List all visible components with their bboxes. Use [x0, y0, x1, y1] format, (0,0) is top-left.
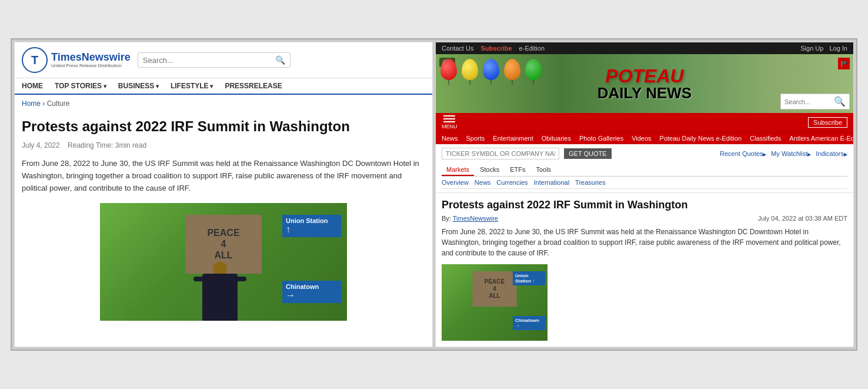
- tnw-search-input[interactable]: [143, 56, 272, 65]
- article-title: Protests against 2022 IRF Summit in Wash…: [22, 117, 425, 135]
- pdn-chinatown-sign: Chinatown →: [513, 316, 545, 330]
- nav-obituaries[interactable]: Obituaries: [542, 135, 571, 142]
- tab-markets[interactable]: Markets: [442, 164, 474, 176]
- tab-stocks[interactable]: Stocks: [475, 164, 504, 176]
- pdn-search-input[interactable]: [784, 98, 832, 105]
- nav-top-stories[interactable]: TOP STORIES: [55, 82, 106, 90]
- subtab-news[interactable]: News: [475, 179, 491, 186]
- pdn-union-sign: UnionStation ↑: [513, 271, 545, 285]
- person-body: [202, 274, 238, 321]
- breadcrumb: Home › Culture: [15, 95, 432, 112]
- balloon-blue: [483, 59, 499, 80]
- tnw-logo-circle: T: [22, 47, 48, 73]
- tnw-header: T TimesNewswire United Press Release Dis…: [15, 42, 432, 78]
- union-arrow-icon: ↑: [286, 224, 338, 235]
- chinatown-label: Chinatown: [286, 283, 338, 290]
- nav-photo-galleries[interactable]: Photo Galleries: [579, 135, 623, 142]
- tnw-logo-text: TimesNewswire United Press Release Distr…: [51, 52, 131, 69]
- pdn-top-bar: Contact Us Subscribe e-Edition Sign Up L…: [436, 42, 853, 54]
- nav-antlers[interactable]: Antlers American E-Edition: [789, 135, 854, 142]
- pdn-ticker-links: Recent Quotes My Watchlist Indicators: [720, 150, 847, 157]
- nav-entertainment[interactable]: Entertainment: [493, 135, 533, 142]
- nav-e-edition[interactable]: Poteau Daily News e-Edition: [660, 135, 742, 142]
- pdn-search-bar[interactable]: 🔍: [780, 94, 850, 109]
- log-in-link[interactable]: Log In: [829, 45, 847, 52]
- pdn-article-body: From June 28, 2022 to June 30, the US IR…: [442, 227, 847, 258]
- by-source[interactable]: TimesNewswire: [453, 215, 498, 222]
- nav-classifieds[interactable]: Classifieds: [750, 135, 781, 142]
- right-panel: Contact Us Subscribe e-Edition Sign Up L…: [435, 42, 854, 347]
- tnw-nav: HOME TOP STORIES BUSINESS LIFESTYLE PRES…: [15, 78, 432, 95]
- balloon-orange: [504, 59, 520, 80]
- pdn-top-bar-left: Contact Us Subscribe e-Edition: [442, 45, 545, 52]
- flag-icon: 🏴: [838, 58, 850, 69]
- pdn-main-tabs: Markets Stocks ETFs Tools: [442, 162, 847, 177]
- indicators-link[interactable]: Indicators: [816, 150, 847, 157]
- nav-home[interactable]: HOME: [22, 82, 43, 90]
- balloon-red: [440, 59, 457, 80]
- nav-pressrelease[interactable]: PRESSRELEASE: [225, 82, 282, 90]
- pdn-subscribe-button[interactable]: Subscribe: [808, 117, 847, 128]
- page-wrapper: T TimesNewswire United Press Release Dis…: [11, 38, 857, 351]
- nav-lifestyle[interactable]: LIFESTYLE: [171, 82, 213, 90]
- chinatown-arrow-icon: →: [286, 290, 338, 301]
- pdn-title-top: POTEAU: [597, 67, 692, 85]
- my-watchlist-link[interactable]: My Watchlist: [771, 150, 811, 157]
- pdn-ticker-area: GET QUOTE Recent Quotes My Watchlist Ind…: [436, 144, 853, 193]
- menu-label: MENU: [442, 124, 458, 129]
- tnw-search-box[interactable]: 🔍: [138, 52, 291, 68]
- get-quote-button[interactable]: GET QUOTE: [564, 148, 612, 159]
- pdn-article-title: Protests against 2022 IRF Summit in Wash…: [442, 199, 847, 211]
- pdn-red-bar: MENU Subscribe: [436, 113, 853, 132]
- article-meta: July 4, 2022 Reading Time: 3min read: [22, 141, 425, 149]
- balloon-green: [525, 59, 542, 80]
- pdn-article-content: Protests against 2022 IRF Summit in Wash…: [436, 193, 853, 347]
- pdn-sub-tabs: Overview News Currencies International T…: [442, 177, 847, 189]
- pdn-chinatown-arrow: →: [515, 323, 520, 328]
- subtab-treasuries[interactable]: Treasuries: [575, 179, 606, 186]
- subtab-overview[interactable]: Overview: [442, 179, 469, 186]
- breadcrumb-section: Culture: [47, 99, 70, 108]
- pdn-ticker-row: GET QUOTE Recent Quotes My Watchlist Ind…: [442, 148, 847, 159]
- menu-line-3: [443, 121, 455, 122]
- breadcrumb-home[interactable]: Home: [22, 99, 41, 108]
- search-icon: 🔍: [275, 55, 285, 65]
- subtab-currencies[interactable]: Currencies: [496, 179, 528, 186]
- pdn-banner-bg: 44° POTEAU DAILY NEWS 🏴 🔍: [436, 54, 853, 113]
- nav-videos[interactable]: Videos: [632, 135, 651, 142]
- pdn-menu-group[interactable]: MENU: [442, 115, 458, 129]
- tab-tools[interactable]: Tools: [531, 164, 556, 176]
- balloon-yellow: [462, 59, 478, 80]
- sign-up-link[interactable]: Sign Up: [800, 45, 823, 52]
- pdn-search-icon: 🔍: [834, 96, 846, 107]
- pdn-title-bottom: DAILY NEWS: [597, 85, 692, 101]
- pdn-protest-image: PEACE4ALL UnionStation ↑ Chinatown →: [442, 264, 547, 341]
- pdn-byline-date: July 04, 2022 at 03:38 AM EDT: [758, 215, 847, 222]
- ticker-input[interactable]: [442, 148, 559, 159]
- recent-quotes-link[interactable]: Recent Quotes: [720, 150, 766, 157]
- pdn-union-arrow: ↑: [532, 278, 535, 284]
- pdn-chinatown-label: Chinatown: [515, 318, 539, 323]
- chinatown-sign: Chinatown →: [282, 281, 341, 303]
- nav-sports[interactable]: Sports: [466, 135, 485, 142]
- subscribe-link[interactable]: Subscribe: [480, 45, 512, 52]
- union-station-sign: Union Station ↑: [282, 215, 341, 237]
- pdn-byline-left: By: TimesNewswire: [442, 215, 498, 222]
- pdn-union-label: UnionStation: [515, 273, 531, 284]
- left-panel: T TimesNewswire United Press Release Dis…: [14, 42, 433, 347]
- by-label: By:: [442, 215, 451, 222]
- nav-news[interactable]: News: [442, 135, 458, 142]
- person-arms: [193, 277, 246, 281]
- contact-us-link[interactable]: Contact Us: [442, 45, 473, 52]
- menu-line-1: [443, 115, 455, 117]
- menu-button[interactable]: [443, 115, 455, 122]
- article-body: From June 28, 2022 to June 30, the US IR…: [22, 158, 425, 194]
- union-station-label: Union Station: [286, 217, 338, 224]
- pdn-article-byline: By: TimesNewswire July 04, 2022 at 03:38…: [442, 215, 847, 222]
- pdn-top-bar-right: Sign Up Log In: [800, 45, 847, 52]
- tab-etfs[interactable]: ETFs: [505, 164, 530, 176]
- e-edition-link[interactable]: e-Edition: [519, 45, 545, 52]
- nav-business[interactable]: BUSINESS: [118, 82, 159, 90]
- pdn-protest-sign: PEACE4ALL: [473, 271, 517, 307]
- subtab-international[interactable]: International: [534, 179, 570, 186]
